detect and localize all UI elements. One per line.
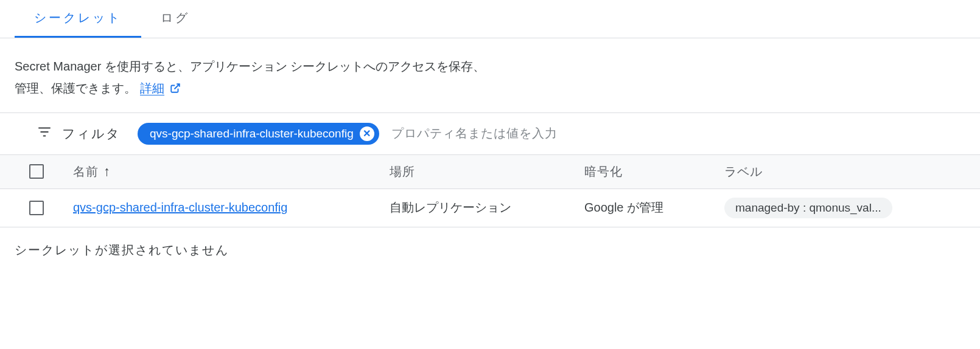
external-link-icon [170, 78, 181, 100]
description-line1: Secret Manager を使用すると、アプリケーション シークレットへのア… [15, 60, 485, 73]
row-location-cell: 自動レプリケーション [390, 199, 584, 216]
select-all-checkbox[interactable] [29, 164, 44, 179]
filter-label: フィルタ [62, 125, 121, 142]
filter-chip: qvs-gcp-shared-infra-cluster-kubeconfig … [138, 123, 379, 145]
header-name-label: 名前 [73, 164, 99, 180]
svg-line-0 [175, 84, 180, 89]
selection-status: シークレットが選択されていません [0, 227, 980, 273]
sort-arrow-up-icon: ↑ [103, 164, 111, 179]
header-checkbox-cell [0, 164, 73, 179]
tab-logs[interactable]: ログ [141, 0, 209, 38]
table-row: qvs-gcp-shared-infra-cluster-kubeconfig … [0, 189, 980, 227]
header-name[interactable]: 名前 ↑ [73, 164, 390, 180]
row-label-cell: managed-by : qmonus_val... [724, 198, 980, 218]
description-text: Secret Manager を使用すると、アプリケーション シークレットへのア… [0, 38, 980, 112]
header-encryption[interactable]: 暗号化 [584, 164, 724, 180]
row-checkbox-cell [0, 201, 73, 215]
description-line2: 管理、保護できます。 [15, 81, 136, 95]
filter-input[interactable] [389, 124, 965, 143]
row-name-cell: qvs-gcp-shared-infra-cluster-kubeconfig [73, 201, 390, 215]
table-header: 名前 ↑ 場所 暗号化 ラベル [0, 154, 980, 189]
filter-chip-remove-icon[interactable]: ✕ [360, 126, 374, 141]
tabs-container: シークレット ログ [0, 0, 980, 38]
header-label[interactable]: ラベル [724, 164, 980, 180]
filter-bar: フィルタ qvs-gcp-shared-infra-cluster-kubeco… [0, 112, 980, 154]
filter-icon [37, 124, 52, 143]
secrets-table: 名前 ↑ 場所 暗号化 ラベル qvs-gcp-shared-infra-clu… [0, 154, 980, 227]
header-location[interactable]: 場所 [390, 164, 584, 180]
filter-chip-text: qvs-gcp-shared-infra-cluster-kubeconfig [150, 127, 354, 140]
learn-more-link[interactable]: 詳細 [140, 81, 164, 95]
label-badge: managed-by : qmonus_val... [724, 198, 892, 218]
row-checkbox[interactable] [29, 201, 44, 215]
row-encryption-cell: Google が管理 [584, 199, 724, 216]
secret-name-link[interactable]: qvs-gcp-shared-infra-cluster-kubeconfig [73, 201, 287, 215]
tab-secrets[interactable]: シークレット [15, 0, 141, 38]
